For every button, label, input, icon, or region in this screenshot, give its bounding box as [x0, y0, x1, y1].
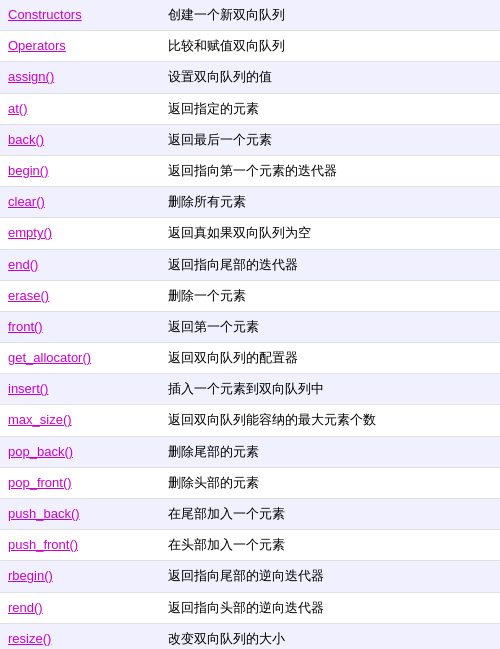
method-link[interactable]: get_allocator()	[0, 343, 160, 374]
method-link[interactable]: pop_back()	[0, 436, 160, 467]
deque-reference-table: Constructors创建一个新双向队列Operators比较和赋值双向队列a…	[0, 0, 500, 649]
table-row: get_allocator()返回双向队列的配置器	[0, 343, 500, 374]
table-row: erase()删除一个元素	[0, 280, 500, 311]
table-row: max_size()返回双向队列能容纳的最大元素个数	[0, 405, 500, 436]
method-description: 删除所有元素	[160, 187, 500, 218]
table-row: pop_front()删除头部的元素	[0, 467, 500, 498]
method-description: 删除头部的元素	[160, 467, 500, 498]
method-description: 比较和赋值双向队列	[160, 31, 500, 62]
method-link[interactable]: begin()	[0, 155, 160, 186]
table-row: rbegin()返回指向尾部的逆向迭代器	[0, 561, 500, 592]
method-link[interactable]: clear()	[0, 187, 160, 218]
table-row: rend()返回指向头部的逆向迭代器	[0, 592, 500, 623]
table-row: insert()插入一个元素到双向队列中	[0, 374, 500, 405]
table-row: assign()设置双向队列的值	[0, 62, 500, 93]
method-description: 插入一个元素到双向队列中	[160, 374, 500, 405]
table-row: at()返回指定的元素	[0, 93, 500, 124]
table-row: pop_back()删除尾部的元素	[0, 436, 500, 467]
method-link[interactable]: max_size()	[0, 405, 160, 436]
method-description: 返回指定的元素	[160, 93, 500, 124]
method-link[interactable]: insert()	[0, 374, 160, 405]
table-row: Operators比较和赋值双向队列	[0, 31, 500, 62]
table-row: push_front()在头部加入一个元素	[0, 530, 500, 561]
method-link[interactable]: at()	[0, 93, 160, 124]
method-link[interactable]: Operators	[0, 31, 160, 62]
method-link[interactable]: assign()	[0, 62, 160, 93]
method-description: 返回双向队列能容纳的最大元素个数	[160, 405, 500, 436]
method-link[interactable]: pop_front()	[0, 467, 160, 498]
method-description: 返回指向尾部的迭代器	[160, 249, 500, 280]
method-link[interactable]: empty()	[0, 218, 160, 249]
method-link[interactable]: end()	[0, 249, 160, 280]
method-description: 在头部加入一个元素	[160, 530, 500, 561]
table-row: clear()删除所有元素	[0, 187, 500, 218]
method-link[interactable]: Constructors	[0, 0, 160, 31]
method-description: 返回指向尾部的逆向迭代器	[160, 561, 500, 592]
method-description: 返回最后一个元素	[160, 124, 500, 155]
method-description: 返回双向队列的配置器	[160, 343, 500, 374]
method-link[interactable]: rend()	[0, 592, 160, 623]
method-description: 返回指向第一个元素的迭代器	[160, 155, 500, 186]
method-link[interactable]: rbegin()	[0, 561, 160, 592]
table-row: Constructors创建一个新双向队列	[0, 0, 500, 31]
table-row: push_back()在尾部加入一个元素	[0, 499, 500, 530]
method-description: 改变双向队列的大小	[160, 623, 500, 649]
table-row: front()返回第一个元素	[0, 311, 500, 342]
table-row: back()返回最后一个元素	[0, 124, 500, 155]
method-link[interactable]: front()	[0, 311, 160, 342]
table-row: end()返回指向尾部的迭代器	[0, 249, 500, 280]
table-row: resize()改变双向队列的大小	[0, 623, 500, 649]
method-description: 删除尾部的元素	[160, 436, 500, 467]
method-description: 删除一个元素	[160, 280, 500, 311]
method-link[interactable]: back()	[0, 124, 160, 155]
method-link[interactable]: push_front()	[0, 530, 160, 561]
method-description: 返回真如果双向队列为空	[160, 218, 500, 249]
method-description: 设置双向队列的值	[160, 62, 500, 93]
method-description: 返回指向头部的逆向迭代器	[160, 592, 500, 623]
method-link[interactable]: resize()	[0, 623, 160, 649]
method-description: 在尾部加入一个元素	[160, 499, 500, 530]
method-description: 返回第一个元素	[160, 311, 500, 342]
method-description: 创建一个新双向队列	[160, 0, 500, 31]
table-row: empty()返回真如果双向队列为空	[0, 218, 500, 249]
table-row: begin()返回指向第一个元素的迭代器	[0, 155, 500, 186]
method-link[interactable]: erase()	[0, 280, 160, 311]
method-link[interactable]: push_back()	[0, 499, 160, 530]
